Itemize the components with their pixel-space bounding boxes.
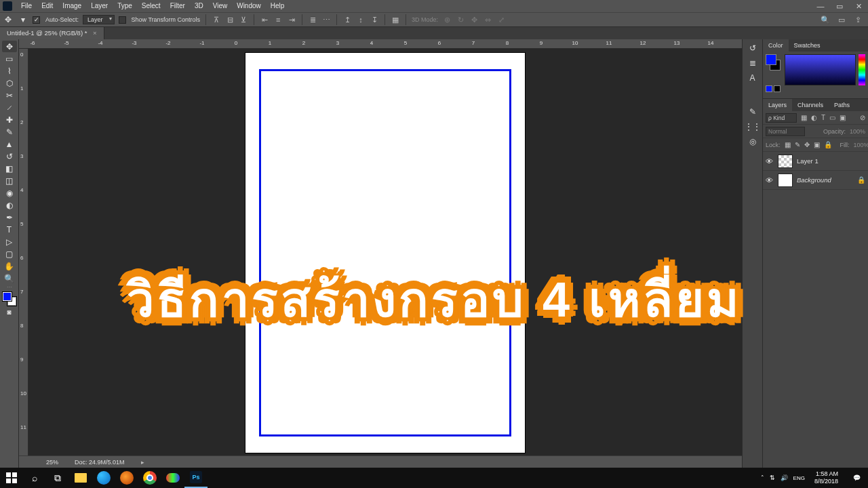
menu-help[interactable]: Help — [266, 0, 290, 12]
layer-row[interactable]: 👁 Background 🔒 — [763, 171, 868, 190]
filter-smart-icon[interactable]: ▣ — [840, 114, 846, 121]
pen-tool[interactable]: ✒ — [2, 211, 17, 223]
edge-icon[interactable] — [92, 468, 115, 488]
volume-icon[interactable]: 🔊 — [781, 474, 788, 481]
photoshop-taskbar-icon[interactable]: Ps — [184, 468, 208, 488]
blend-mode-dropdown[interactable]: Normal — [766, 127, 805, 136]
align-right-icon[interactable]: ⇥ — [287, 15, 296, 24]
menu-3d[interactable]: 3D — [190, 0, 208, 12]
lock-artboard-icon[interactable]: ▣ — [814, 141, 820, 148]
fill-value[interactable]: 100% — [854, 142, 868, 148]
menu-type[interactable]: Type — [113, 0, 137, 12]
layer-row[interactable]: 👁 Layer 1 — [763, 152, 868, 171]
crop-tool[interactable]: ✂ — [2, 89, 17, 101]
lasso-tool[interactable]: ⌇ — [2, 65, 17, 77]
auto-align-icon[interactable]: ▦ — [391, 15, 400, 24]
layer-thumb[interactable] — [778, 155, 793, 168]
document-canvas[interactable] — [245, 53, 525, 453]
menu-image[interactable]: Image — [58, 0, 86, 12]
tab-swatches[interactable]: Swatches — [789, 39, 826, 52]
align-hcenter-icon[interactable]: ≡ — [273, 15, 283, 24]
lock-position-icon[interactable]: ✥ — [804, 141, 810, 148]
menu-window[interactable]: Window — [232, 0, 266, 12]
layer-name[interactable]: Background — [797, 176, 853, 184]
close-button[interactable]: ✕ — [849, 0, 868, 12]
eraser-tool[interactable]: ◧ — [2, 163, 17, 174]
chrome-icon[interactable] — [138, 468, 161, 488]
minimize-button[interactable]: — — [811, 0, 830, 12]
eyedropper-tool[interactable]: ⟋ — [2, 102, 17, 113]
status-arrow-icon[interactable]: ▸ — [141, 459, 144, 466]
quick-select-tool[interactable]: ⬡ — [2, 77, 17, 89]
color-field[interactable] — [785, 54, 856, 85]
language-icon[interactable]: ENG — [793, 475, 805, 481]
auto-select-target-dropdown[interactable]: Layer — [83, 15, 115, 24]
action-center-icon[interactable]: 💬 — [848, 468, 865, 488]
horizontal-ruler[interactable]: -6-5-4-3-2-101234567891011121314 — [19, 39, 742, 49]
menu-filter[interactable]: Filter — [165, 0, 190, 12]
filter-kind-dropdown[interactable]: ρ Kind — [766, 113, 797, 123]
tab-paths[interactable]: Paths — [829, 99, 855, 111]
dodge-tool[interactable]: ◐ — [2, 199, 17, 211]
distribute-bot-icon[interactable]: ↧ — [370, 15, 379, 24]
task-view-button[interactable]: ⧉ — [46, 468, 69, 488]
maximize-button[interactable]: ▭ — [830, 0, 849, 12]
clone-panel-icon[interactable]: ◎ — [745, 136, 760, 148]
current-colors[interactable] — [766, 54, 782, 84]
menu-layer[interactable]: Layer — [86, 0, 113, 12]
search-button[interactable]: ⌕ — [23, 468, 46, 488]
clock[interactable]: 1:58 AM 8/8/2018 — [810, 470, 842, 485]
brush-panel-icon[interactable]: ✎ — [745, 106, 760, 118]
filter-toggle-icon[interactable]: ⊘ — [860, 114, 865, 121]
visibility-icon[interactable]: 👁 — [766, 157, 774, 165]
lock-pixels-icon[interactable]: ✎ — [795, 141, 800, 148]
show-transform-checkbox[interactable] — [119, 16, 126, 24]
properties-panel-icon[interactable]: ≣ — [745, 57, 760, 69]
vertical-ruler[interactable]: 01234567891011 — [19, 49, 28, 455]
firefox-icon[interactable] — [115, 468, 138, 488]
rectangle-tool[interactable]: ▢ — [2, 248, 17, 260]
layer-name[interactable]: Layer 1 — [797, 157, 865, 165]
close-tab-icon[interactable]: × — [93, 29, 97, 37]
path-select-tool[interactable]: ▷ — [2, 236, 17, 247]
tray-chevron-icon[interactable]: ˄ — [761, 474, 764, 481]
gradient-tool[interactable]: ◫ — [2, 175, 17, 186]
lock-transparent-icon[interactable]: ▦ — [785, 141, 791, 148]
align-bottom-icon[interactable]: ⊻ — [239, 15, 248, 24]
filter-pixel-icon[interactable]: ▦ — [801, 114, 807, 121]
brush-settings-icon[interactable]: ⋮⋮ — [745, 121, 760, 133]
history-brush-tool[interactable]: ↺ — [2, 150, 17, 162]
blur-tool[interactable]: ◉ — [2, 187, 17, 199]
canvas-area[interactable] — [28, 49, 742, 455]
auto-select-checkbox[interactable]: ✓ — [33, 16, 40, 24]
history-panel-icon[interactable]: ↺ — [745, 42, 760, 54]
marquee-tool[interactable]: ▭ — [2, 53, 17, 64]
tab-color[interactable]: Color — [763, 39, 789, 52]
hue-strip[interactable] — [859, 54, 865, 85]
filter-type-icon[interactable]: T — [821, 114, 825, 121]
healing-tool[interactable]: ✚ — [2, 114, 17, 125]
type-tool[interactable]: T — [2, 224, 17, 235]
lock-all-icon[interactable]: 🔒 — [824, 141, 832, 148]
distribute-v-icon[interactable]: ≣ — [308, 15, 317, 24]
network-icon[interactable]: ⇅ — [770, 474, 775, 481]
tab-channels[interactable]: Channels — [792, 99, 829, 111]
character-panel-icon[interactable]: A — [745, 72, 760, 84]
fg-color-chip[interactable] — [766, 54, 776, 65]
menu-edit[interactable]: Edit — [37, 0, 58, 12]
align-vcenter-icon[interactable]: ⊟ — [225, 15, 235, 24]
opacity-value[interactable]: 100% — [850, 128, 865, 135]
share-icon[interactable]: ⇪ — [853, 15, 863, 24]
start-button[interactable] — [0, 468, 23, 488]
file-explorer-icon[interactable] — [69, 468, 92, 488]
menu-view[interactable]: View — [208, 0, 233, 12]
brush-tool[interactable]: ✎ — [2, 126, 17, 138]
view-extras-icon[interactable]: ▭ — [837, 15, 846, 24]
align-left-icon[interactable]: ⇤ — [260, 15, 269, 24]
menu-file[interactable]: File — [16, 0, 37, 12]
distribute-h-icon[interactable]: ⋯ — [321, 15, 331, 24]
paint-icon[interactable] — [161, 468, 184, 488]
search-icon[interactable]: 🔍 — [821, 15, 830, 24]
zoom-level[interactable]: 25% — [46, 459, 58, 466]
move-tool[interactable]: ✥ — [2, 41, 17, 52]
